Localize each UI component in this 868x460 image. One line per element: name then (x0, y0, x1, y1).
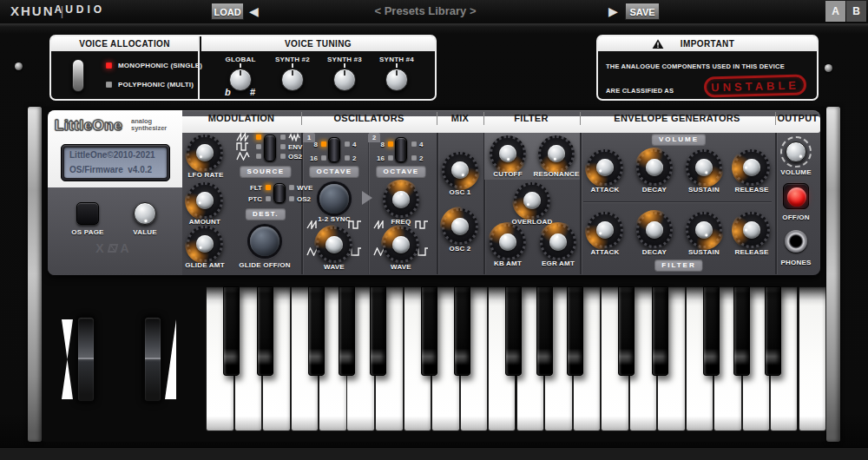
black-key[interactable] (339, 286, 355, 376)
prev-preset-icon[interactable]: ◀ (249, 3, 259, 19)
volume-decay-label: DECAY (642, 186, 667, 194)
volume-release-knob[interactable] (733, 149, 770, 186)
osc1-octave-switch[interactable] (328, 137, 340, 162)
mod-dest-switch[interactable] (273, 183, 286, 203)
glide-amt-knob[interactable] (187, 226, 223, 262)
volume-sustain-knob[interactable] (686, 149, 722, 186)
os2-label: OS2 (288, 153, 302, 161)
saw-wave-icon (306, 220, 320, 229)
black-key[interactable] (505, 286, 522, 376)
black-key[interactable] (652, 286, 668, 376)
save-button[interactable]: SAVE (625, 3, 660, 20)
black-key[interactable] (765, 286, 781, 376)
preset-display[interactable]: < Presets Library > (304, 4, 547, 17)
overload-knob[interactable] (514, 182, 550, 219)
sync-button[interactable] (319, 184, 349, 214)
filter-sustain-label: SUSTAIN (688, 248, 720, 256)
osc2-wave-knob[interactable] (383, 227, 419, 263)
osc2-freq-knob[interactable] (383, 181, 419, 218)
white-key[interactable] (799, 286, 827, 431)
black-key[interactable] (733, 286, 750, 376)
xhun-audio-logo: XHUN|AUDIO (10, 3, 55, 18)
lfo-rate-knob[interactable] (187, 135, 223, 171)
glide-amt-label: GLIDE AMT (185, 261, 225, 269)
important-line2: ARE CLASSIFIED AS (606, 87, 674, 95)
volume-attack-knob[interactable] (587, 149, 623, 186)
synth3-tune-knob[interactable] (333, 69, 356, 91)
osc1-octave-badge: OCTAVE (309, 166, 358, 177)
black-key[interactable] (257, 286, 273, 376)
filter-release-knob[interactable] (733, 212, 770, 248)
mix-osc2-knob[interactable] (442, 208, 478, 245)
warning-icon (652, 38, 664, 49)
kb-amt-knob[interactable] (490, 224, 526, 260)
black-key[interactable] (567, 286, 583, 376)
mix-osc1-knob[interactable] (442, 152, 478, 188)
header-divider (301, 112, 302, 125)
dest-ptc-led (266, 196, 271, 201)
tick-icon (240, 63, 241, 68)
dest-os2-label: OS2 (297, 195, 311, 203)
preset-b-button[interactable]: B (846, 1, 866, 22)
output-volume-knob[interactable] (786, 141, 806, 162)
load-button[interactable]: LOAD (211, 3, 244, 20)
saw-wave-icon (373, 220, 387, 229)
osc2-octave-switch[interactable] (395, 137, 407, 162)
egr-amt-knob[interactable] (540, 224, 576, 260)
cutoff-label: CUTOFF (493, 170, 523, 178)
mod-wheel[interactable] (143, 316, 162, 403)
value-knob[interactable] (134, 202, 156, 225)
section-title-output: OUTPUT (777, 113, 818, 123)
pitch-wheel[interactable] (76, 316, 95, 403)
voice-mode-toggle[interactable] (72, 59, 84, 92)
dest-os2-led (289, 196, 294, 201)
header-divider (483, 112, 484, 125)
volume-decay-knob[interactable] (636, 149, 673, 186)
volume-release-label: RELEASE (734, 186, 768, 194)
osc1-oct4-label: 4 (352, 141, 356, 148)
mono-led (106, 62, 112, 69)
lcd-screen: LittleOne©2010-2021 OS/Firmware v4.0.2 (64, 148, 167, 178)
black-key[interactable] (370, 286, 386, 376)
phones-jack (785, 230, 807, 253)
black-key[interactable] (536, 286, 553, 376)
lfo-source-led-1 (256, 135, 261, 140)
osc1-oct16-led (321, 155, 326, 161)
mix-osc2-label: OSC 2 (449, 245, 470, 253)
triangle-wave-icon (236, 152, 250, 161)
cutoff-knob[interactable] (490, 135, 526, 172)
glide-on-off-button[interactable] (250, 227, 279, 256)
mod-amount-knob[interactable] (187, 182, 223, 219)
osc2-oct2-led (411, 155, 417, 161)
lcd-line1: LittleOne©2010-2021 (69, 150, 155, 160)
littleone-plugin-window: XHUN|AUDIO LOAD ◀ < Presets Library > ▶ … (0, 0, 868, 460)
global-tune-knob[interactable] (229, 69, 252, 91)
lcd-line2: OS/Firmware v4.0.2 (69, 165, 152, 174)
eg-divider (583, 201, 772, 202)
black-key[interactable] (454, 286, 470, 376)
black-key[interactable] (703, 286, 720, 376)
black-key[interactable] (223, 286, 240, 376)
output-volume-label: VOLUME (780, 168, 811, 176)
logo-tagline: analog synthesizer (131, 118, 167, 132)
osc2-wave-label: WAVE (391, 263, 411, 271)
preset-a-button[interactable]: A (825, 1, 845, 22)
resonance-knob[interactable] (538, 135, 575, 172)
power-button[interactable] (787, 187, 806, 207)
section-title-filter: FILTER (514, 113, 548, 123)
osc1-wave-knob[interactable] (316, 227, 352, 263)
next-preset-icon[interactable]: ▶ (608, 3, 618, 19)
filter-decay-knob[interactable] (636, 212, 673, 248)
square-wave-icon (236, 142, 250, 151)
filter-sustain-knob[interactable] (686, 212, 722, 248)
filter-attack-knob[interactable] (587, 212, 623, 248)
black-key[interactable] (421, 286, 437, 376)
osc1-wave-label: WAVE (324, 263, 345, 271)
synth4-tune-knob[interactable] (385, 69, 408, 91)
synth2-tune-knob[interactable] (281, 69, 304, 91)
section-title-envelopes: ENVELOPE GENERATORS (614, 113, 740, 123)
lfo-source-switch[interactable] (264, 135, 276, 161)
black-key[interactable] (618, 286, 635, 376)
os-page-button[interactable] (76, 202, 99, 225)
black-key[interactable] (308, 286, 325, 376)
